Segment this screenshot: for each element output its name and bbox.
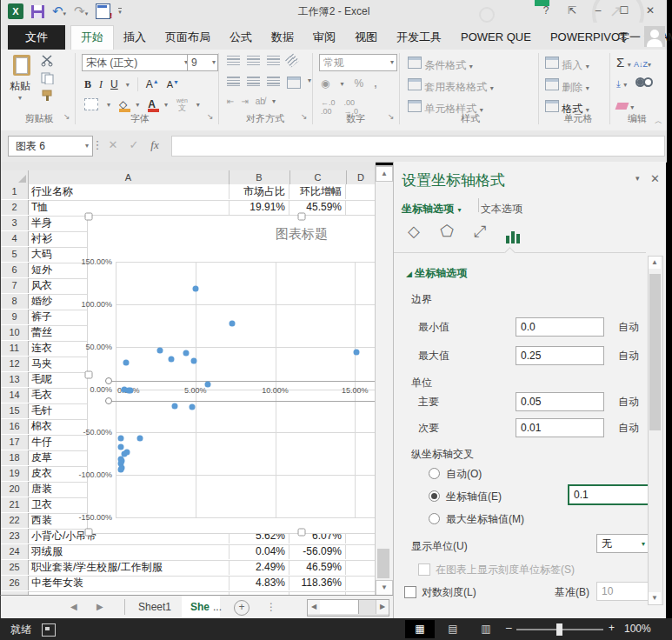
decrease-indent-icon[interactable]: ⇤ (227, 97, 234, 106)
user-avatar[interactable] (644, 26, 665, 47)
row-number[interactable]: 11 (1, 341, 29, 356)
pane-options-arrow[interactable]: ▾ (635, 174, 640, 183)
cell[interactable]: 4.83% (229, 576, 289, 590)
tab-text-options[interactable]: 文本选项 (481, 203, 522, 215)
row-number[interactable]: 19 (1, 466, 29, 481)
x-axis-label[interactable]: 15.00% (342, 386, 369, 395)
zoom-in-button[interactable]: + (609, 622, 615, 634)
align-bottom-icon[interactable] (267, 56, 280, 65)
major-auto-button[interactable]: 自动 (618, 395, 639, 410)
pane-scroll-up-arrow[interactable]: ▲ (649, 257, 661, 269)
align-right-icon[interactable] (267, 77, 280, 86)
radio-max-axis-value[interactable] (429, 513, 440, 524)
row-number[interactable]: 17 (1, 435, 29, 450)
wrap-text-icon[interactable]: ab̸ (256, 97, 265, 106)
ribbon-display-button[interactable]: ⇱ (561, 2, 583, 19)
row-number[interactable]: 3 (1, 216, 29, 230)
cancel-button[interactable]: ✕ (103, 136, 123, 155)
normal-view-button[interactable]: ▦ (405, 620, 435, 638)
major-unit-input[interactable]: 0.05 (516, 392, 604, 411)
bold-button[interactable]: B (84, 78, 91, 91)
pane-scroll-down-arrow[interactable]: ▼ (649, 592, 661, 604)
percent-style-button[interactable]: % (355, 77, 364, 90)
fill-line-icon[interactable]: ◇ (401, 219, 427, 243)
name-box[interactable]: 图表 6▾ (8, 136, 93, 157)
row-number[interactable]: 25 (1, 560, 29, 575)
cell[interactable]: 环比增幅 (289, 184, 346, 199)
display-units-select[interactable]: 无▾ (596, 534, 650, 553)
scatter-point[interactable] (190, 404, 196, 410)
cell[interactable] (346, 560, 376, 575)
number-format-select[interactable]: 常规▾ (319, 54, 397, 71)
show-units-checkbox[interactable] (418, 563, 430, 576)
scatter-point[interactable] (354, 349, 360, 355)
scatter-point[interactable] (205, 382, 211, 388)
min-value-input[interactable]: 0.0 (516, 317, 604, 337)
cell[interactable]: 2.49% (229, 560, 289, 575)
row-number[interactable]: 23 (1, 529, 29, 543)
tab-insert[interactable]: 插入 (114, 25, 156, 50)
autosum-button[interactable]: Σ ▾ A↓Z▾ (616, 55, 651, 70)
tab-file[interactable]: 文件 (8, 25, 65, 50)
effects-icon[interactable]: ⬠ (434, 219, 460, 243)
row-number[interactable]: 26 (1, 576, 29, 590)
horizontal-scroll-thumb[interactable] (320, 600, 359, 614)
scatter-point[interactable] (123, 360, 129, 366)
cell[interactable] (346, 544, 376, 559)
max-auto-button[interactable]: 自动 (618, 349, 639, 363)
row-number[interactable]: 10 (1, 325, 29, 340)
row-number[interactable]: 21 (1, 497, 29, 512)
row-number[interactable]: 2 (1, 200, 29, 215)
macro-record-icon[interactable] (42, 623, 56, 637)
row-number[interactable]: 6 (1, 263, 29, 277)
column-header-D[interactable]: D (346, 170, 376, 184)
cut-icon[interactable] (41, 55, 55, 67)
log-scale-checkbox[interactable] (404, 586, 416, 598)
hscroll-left-arrow[interactable]: ◀ (308, 600, 321, 614)
underline-button[interactable]: U (110, 78, 118, 90)
row-number[interactable]: 7 (1, 278, 29, 293)
row-number[interactable]: 8 (1, 294, 29, 309)
min-auto-button[interactable]: 自动 (618, 320, 639, 335)
enter-button[interactable]: ✓ (124, 136, 143, 155)
font-color-button[interactable]: A (148, 98, 156, 110)
scatter-point[interactable] (157, 348, 163, 354)
minor-unit-input[interactable]: 0.01 (516, 418, 604, 437)
row-number[interactable]: 14 (1, 388, 29, 403)
column-header-B[interactable]: B (229, 170, 290, 184)
chart-title[interactable]: 图表标题 (276, 226, 328, 243)
row-number[interactable]: 1 (1, 184, 29, 199)
vertical-scroll-thumb[interactable] (377, 549, 389, 578)
scatter-point[interactable] (136, 436, 143, 442)
horizontal-scrollbar[interactable]: ◀ ▶ (307, 599, 389, 617)
cell[interactable] (346, 576, 376, 590)
page-layout-view-button[interactable]: ▤ (438, 620, 468, 638)
alignment-dialog-launcher[interactable]: ↘ (301, 112, 308, 121)
fill-button[interactable]: ⤓ ▾ ▾ (616, 77, 649, 90)
scatter-point[interactable] (171, 403, 177, 409)
formula-input[interactable] (171, 136, 665, 157)
insert-function-button[interactable]: fx (145, 136, 164, 155)
scatter-point[interactable] (118, 435, 124, 441)
copy-icon[interactable] (41, 72, 55, 84)
shrink-font-button[interactable]: A▼ (167, 79, 179, 90)
tab-data[interactable]: 数据 (262, 25, 303, 50)
pane-scrollbar[interactable]: ▲ ▼ (648, 256, 663, 605)
align-center-icon[interactable] (247, 77, 260, 86)
scatter-point[interactable] (190, 357, 196, 363)
cell[interactable]: 118.36% (289, 576, 346, 590)
row-number[interactable]: 18 (1, 450, 29, 465)
minor-auto-button[interactable]: 自动 (618, 421, 639, 436)
radio-automatic[interactable] (429, 468, 440, 479)
font-name-select[interactable]: 宋体 (正文)▾ (82, 54, 191, 71)
chart-selection-handle[interactable] (85, 529, 93, 537)
tab-power-query[interactable]: POWER QUE (451, 25, 541, 50)
scatter-point[interactable] (118, 467, 124, 473)
align-top-icon[interactable] (227, 56, 240, 65)
cell[interactable]: 46.59% (289, 560, 346, 575)
increase-indent-icon[interactable]: ⇥ (241, 97, 248, 106)
axis-selection-handle[interactable] (105, 377, 112, 384)
chart-selection-handle[interactable] (85, 371, 93, 379)
x-axis-label[interactable]: 5.00% (184, 386, 207, 395)
grow-font-button[interactable]: A▲ (146, 78, 159, 90)
